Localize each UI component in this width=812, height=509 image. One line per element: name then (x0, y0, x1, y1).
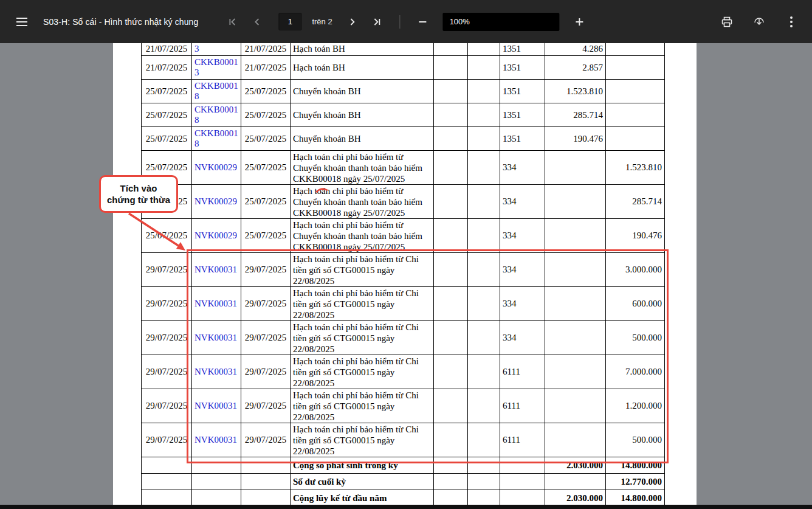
cell-doc-number-link[interactable]: NVK00029 (192, 151, 241, 185)
cell-corresponding-account: 1351 (500, 127, 545, 151)
cell-debit-amount (545, 185, 606, 219)
cell-doc-number-link[interactable]: CKKB0001 8 (192, 127, 241, 151)
cell-corresponding-account: 334 (500, 321, 545, 355)
cell-journal-page (434, 103, 468, 127)
cell-credit-amount (606, 43, 665, 56)
cell-journal-page (434, 56, 468, 80)
cell-empty (468, 490, 500, 507)
cell-doc-date: 25/07/2025 (241, 80, 291, 103)
cell-journal-line (468, 43, 500, 56)
cell-empty (192, 457, 241, 474)
cell-debit-amount: 190.476 (545, 127, 606, 151)
cell-credit-amount: 7.000.000 (606, 355, 665, 389)
cell-corresponding-account: 334 (500, 219, 545, 253)
cell-journal-page (434, 287, 468, 321)
plus-icon (576, 18, 584, 26)
document-title: S03-H: Sổ cái - Hình thức nhật ký chung (43, 17, 198, 27)
cell-empty (434, 490, 468, 507)
kebab-menu-icon (790, 16, 793, 27)
print-button[interactable] (718, 13, 735, 30)
last-page-button[interactable] (369, 13, 386, 30)
cell-credit-amount: 3.000.000 (606, 253, 665, 287)
chevron-right-icon (348, 17, 357, 27)
cell-doc-number-link[interactable]: CKKB0001 8 (192, 80, 241, 103)
printer-icon (721, 16, 732, 27)
cell-journal-line (468, 80, 500, 103)
cell-doc-number-link[interactable]: NVK00031 (192, 389, 241, 423)
cell-corresponding-account: 6111 (500, 389, 545, 423)
cell-empty (468, 474, 500, 490)
summary-debit (545, 474, 606, 490)
cell-journal-page (434, 185, 468, 219)
summary-debit: 2.030.000 (545, 457, 606, 474)
zoom-out-button[interactable] (415, 13, 432, 30)
cell-doc-number-link[interactable]: 3 (192, 43, 241, 56)
download-button[interactable] (751, 13, 768, 30)
cell-doc-number-link[interactable]: NVK00031 (192, 355, 241, 389)
cell-journal-page (434, 321, 468, 355)
summary-credit: 12.770.000 (606, 474, 665, 490)
download-icon (753, 16, 765, 27)
cell-doc-date: 25/07/2025 (241, 151, 291, 185)
zoom-select[interactable]: 100% (443, 13, 560, 31)
prev-page-button[interactable] (249, 13, 266, 30)
cell-doc-number-link[interactable]: NVK00031 (192, 287, 241, 321)
cell-posting-date: 25/07/2025 (142, 219, 192, 253)
summary-credit: 14.800.000 (606, 457, 665, 474)
cell-doc-number-link[interactable]: NVK00029 (192, 185, 241, 219)
cell-description: Hạch toán chi phí bảo hiểm từ Chi tiền g… (291, 253, 434, 287)
cell-description: Hạch toán chi phí bảo hiểm từ Chi tiền g… (291, 423, 434, 457)
cell-empty (192, 490, 241, 507)
cell-empty (142, 490, 192, 507)
cell-debit-amount: 4.286 (545, 43, 606, 56)
cell-credit-amount: 1.200.000 (606, 389, 665, 423)
cell-journal-line (468, 253, 500, 287)
cell-posting-date: 21/07/2025 (142, 56, 192, 80)
table-row: 25/07/2025CKKB0001 825/07/2025Chuyển kho… (142, 103, 665, 127)
cell-empty (192, 474, 241, 490)
cell-journal-page (434, 80, 468, 103)
more-options-button[interactable] (783, 13, 800, 30)
cell-doc-date: 29/07/2025 (241, 355, 291, 389)
summary-label: Cộng lũy kế từ đầu năm (291, 490, 434, 507)
table-row: 25/07/2025NVK0002925/07/2025Hạch toán ch… (142, 185, 665, 219)
next-page-button[interactable] (344, 13, 361, 30)
minus-icon (419, 18, 427, 26)
cell-debit-amount (545, 287, 606, 321)
cell-doc-number-link[interactable]: CKKB0001 8 (192, 103, 241, 127)
cell-posting-date: 25/07/2025 (142, 127, 192, 151)
chevron-left-icon (252, 17, 262, 27)
cell-doc-number-link[interactable]: CKKB0001 3 (192, 56, 241, 80)
cell-description: Hạch toán chi phí bảo hiểm từ Chi tiền g… (291, 355, 434, 389)
zoom-in-button[interactable] (571, 13, 588, 30)
cell-posting-date: 21/07/2025 (142, 43, 192, 56)
cell-doc-number-link[interactable]: NVK00031 (192, 321, 241, 355)
cell-doc-date: 29/07/2025 (241, 321, 291, 355)
cell-description: Hạch toán chi phí bảo hiểm từ Chuyển kho… (291, 151, 434, 185)
summary-label: Số dư cuối kỳ (291, 474, 434, 490)
cell-description: Hạch toán BH (291, 56, 434, 80)
cell-journal-page (434, 389, 468, 423)
cell-corresponding-account: 1351 (500, 103, 545, 127)
sidebar-toggle-button[interactable] (13, 13, 30, 30)
cell-credit-amount (606, 127, 665, 151)
cell-corresponding-account: 1351 (500, 56, 545, 80)
cell-corresponding-account: 6111 (500, 423, 545, 457)
first-page-button[interactable] (224, 13, 241, 30)
cell-debit-amount: 1.523.810 (545, 80, 606, 103)
cell-description: Hạch toán chi phí bảo hiểm từ Chuyển kho… (291, 219, 434, 253)
hamburger-menu-icon (16, 17, 28, 27)
ledger-table: 21/07/2025321/07/2025Hạch toán BH13514.2… (141, 43, 665, 507)
table-row: 29/07/2025NVK0003129/07/2025Hạch toán ch… (142, 355, 665, 389)
cell-corresponding-account: 334 (500, 185, 545, 219)
cell-empty (241, 457, 291, 474)
cell-doc-date: 29/07/2025 (241, 423, 291, 457)
cell-doc-number-link[interactable]: NVK00031 (192, 253, 241, 287)
summary-label: Cộng số phát sinh trong kỳ (291, 457, 434, 474)
cell-doc-number-link[interactable]: NVK00031 (192, 423, 241, 457)
page-input[interactable] (278, 13, 301, 30)
cell-doc-number-link[interactable]: NVK00029 (192, 219, 241, 253)
cell-journal-line (468, 355, 500, 389)
cell-corresponding-account: 334 (500, 287, 545, 321)
cell-empty (434, 474, 468, 490)
